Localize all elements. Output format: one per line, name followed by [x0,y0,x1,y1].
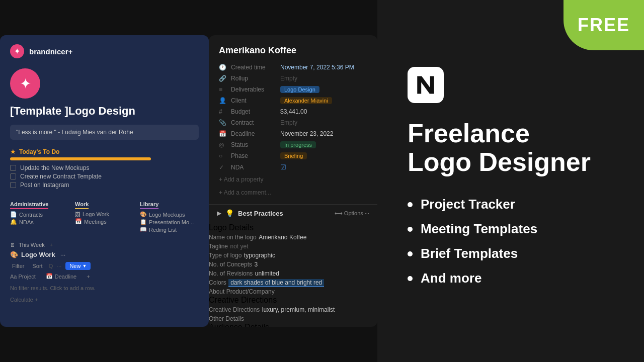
logo-work-section: 🎨 Logo Work ··· [0,250,209,260]
dt-tagline: Tagline not yet [209,241,377,250]
todo-item-3[interactable]: Post on Instagram [10,182,199,189]
prop-deadline: 📅 Deadline November 23, 2022 [219,128,367,139]
workspace-icon: ✦ [10,44,24,58]
left-panel: ✦ brandnicer+ ✦ [Template ]Logo Design "… [0,35,209,327]
quote-box: "Less is more " - Ludwig Mies van der Ro… [10,125,199,140]
quote-text: "Less is more " - Ludwig Mies van der Ro… [16,129,133,136]
feature-list: Project Tracker Meeting Templates Brief … [408,197,614,295]
add-property-button[interactable]: + Add a property [219,173,367,186]
todo-item-1[interactable]: Update the New Mockups [10,164,199,171]
filter-button[interactable]: Filter [10,262,26,270]
add-comment-button[interactable]: + Add a comment... [219,186,367,199]
feature-item-2: Meeting Templates [408,221,614,237]
main-heading: Freelance Logo Designer [408,119,614,176]
free-badge-label: FREE [578,15,630,36]
bullet-1 [408,202,413,207]
prop-phase: ○ Phase Briefing [219,150,367,161]
notion-logo [408,67,444,103]
dt-type-of-logo: Type of logo typographic [209,250,377,259]
empty-table-message[interactable]: No filter results. Click to add a row. [0,281,209,295]
columns-section: Administrative 📄 Contracts 🔔 NDAs Work 🖼… [0,195,209,238]
notion-n-icon [415,74,437,96]
feature-item-1: Project Tracker [408,197,614,212]
new-button[interactable]: New ▼ [65,262,91,270]
prop-budget: # Budget $3,441.00 [219,106,367,117]
client-tag: Alexander Miavini [280,97,332,104]
workspace-header: ✦ brandnicer+ [0,35,209,64]
dt-revisions: No. of Revisions unlimited [209,268,377,278]
todo-list: Update the New Mockups Create new Contra… [0,164,209,195]
work-column-header: Work [75,201,89,209]
right-panel: Freelance Logo Designer Project Tracker … [377,0,644,362]
dt-colors: Colors dark shades of blue and bright re… [209,278,377,287]
phase-tag: Briefing [280,152,307,159]
col-name-header: Aa Project [10,274,36,280]
bullet-3 [408,251,413,256]
work-item-2[interactable]: 📅 Meetings [75,218,134,225]
dt-about: About Product/Company [209,287,377,296]
free-badge: FREE [564,0,644,50]
project-detail-header: Amerikano Koffee 🕐 Created time November… [209,35,377,205]
progress-bar [10,157,151,160]
dt-concepts: No. of Concepts 3 [209,259,377,268]
workspace-name: brandnicer+ [29,47,72,56]
logo-work-title: Logo Work [21,251,55,258]
bullet-4 [408,276,413,281]
page-avatar: ✦ [10,68,40,99]
prop-client: 👤 Client Alexander Miavini [219,95,367,106]
admin-column-header: Administrative [10,201,48,209]
dt-other-details: Other Details [209,314,377,323]
feature-item-4: And more [408,270,614,286]
work-item-1[interactable]: 🖼 Logo Work [75,211,134,217]
prop-rollup: 🔗 Rollup Empty [219,73,367,84]
admin-item-1[interactable]: 📄 Contracts [10,211,69,218]
work-column: Work 🖼 Logo Work 📅 Meetings [75,199,134,234]
prop-status: ◎ Status In progress [219,139,367,150]
prop-nda: ✓ NDA ☑ [219,161,367,173]
prop-deliverables: ≡ Deliverables Logo Design [219,84,367,95]
best-practices-header: ▶ 💡 Best Practices ⟷ Options ··· [209,205,377,221]
lib-item-3[interactable]: 📖 Reding List [140,226,199,233]
filter-row: Filter Sort Q ··· New ▼ [0,260,209,272]
deliverables-tag: Logo Design [280,86,319,93]
lib-item-2[interactable]: 📋 Presentation Mo... [140,219,199,225]
prop-created-time: 🕐 Created time November 7, 2022 5:36 PM [219,62,367,73]
library-column-header: Library [140,201,158,209]
sort-button[interactable]: Sort [30,262,44,270]
audience-details-section: Audience Details [209,323,377,327]
bullet-2 [408,227,413,232]
middle-panel: Amerikano Koffee 🕐 Created time November… [209,35,377,327]
star-icon: ★ [10,148,16,155]
dt-creative: Creative Directions luxury, premium, min… [209,305,377,314]
bp-options[interactable]: ⟷ Options ··· [335,210,369,217]
table-header: Aa Project 📅 Deadline + [0,272,209,281]
checkbox-1[interactable] [10,165,16,171]
project-name: Amerikano Koffee [219,45,367,56]
prop-contract: 📎 Contract Empty [219,117,367,128]
library-column: Library 🎨 Logo Mockups 📋 Presentation Mo… [140,199,199,234]
creative-directions-section: Creative Directions [209,296,377,305]
feature-item-3: Brief Templates [408,246,614,261]
expand-arrow-icon[interactable]: ▶ [217,210,221,217]
status-badge: In progress [280,141,316,148]
todo-section-title: Today's To Do [19,148,59,155]
detail-table: Logo Details Name on the logo Amerikano … [209,221,377,327]
calculate-row[interactable]: Calculate + [0,295,209,304]
todo-item-2[interactable]: Create new Contract Template [10,173,199,180]
logo-details-section: Logo Details [209,223,377,232]
checkbox-2[interactable] [10,173,16,179]
this-week-label: This Week [19,242,45,248]
col-deadline-header: 📅 Deadline [46,273,76,280]
todo-section-header: ★ Today's To Do [0,145,209,157]
best-practices-title: Best Practices [238,210,331,217]
lib-item-1[interactable]: 🎨 Logo Mockups [140,211,199,218]
admin-column: Administrative 📄 Contracts 🔔 NDAs [10,199,69,234]
page-title: [Template ]Logo Design [0,103,209,123]
admin-item-2[interactable]: 🔔 NDAs [10,219,69,225]
dt-name-on-logo: Name on the logo Amerikano Koffee [209,232,377,241]
checkbox-3[interactable] [10,182,16,188]
col-add[interactable]: + [87,274,90,280]
this-week-section: 🗓 This Week + [0,238,209,250]
